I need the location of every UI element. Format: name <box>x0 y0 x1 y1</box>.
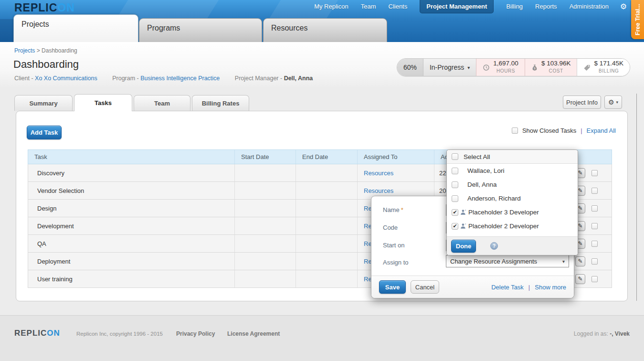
program-label: Program - <box>112 75 139 82</box>
client-label: Client - <box>14 75 33 82</box>
free-trial-ribbon[interactable]: Free Trial... <box>631 0 644 39</box>
resource-checkbox[interactable]: ✔ <box>452 223 458 230</box>
app-window: REPLICON My Replicon Team Clients Projec… <box>0 0 644 361</box>
project-manager-label: Project Manager - <box>235 75 282 82</box>
row-select-checkbox[interactable] <box>591 188 598 194</box>
select-all-row[interactable]: Select All <box>447 150 578 164</box>
cancel-button[interactable]: Cancel <box>411 280 439 294</box>
breadcrumb: Projects > Dashboarding <box>14 47 77 54</box>
end-date-cell <box>296 270 358 287</box>
resource-option-label: Placeholder 2 Developer <box>468 223 539 230</box>
toolbar-divider: | <box>581 127 582 134</box>
assign-to-select[interactable]: Change Resource Assignments ▾ <box>446 255 569 267</box>
project-meta: Client - Xo Xo Communications Program - … <box>14 75 326 82</box>
resource-options-list: Wallace, LoriDell, AnnaAnderson, Richard… <box>447 164 578 233</box>
page-title: Dashboarding <box>13 58 79 71</box>
start-date-cell <box>235 270 296 287</box>
start-date-cell <box>235 235 296 252</box>
chevron-down-icon: ▾ <box>562 259 565 264</box>
status-dropdown[interactable]: In-Progress ▾ <box>423 59 476 76</box>
done-button[interactable]: Done <box>451 240 476 253</box>
billing-label: BILLING <box>599 68 619 74</box>
select-all-checkbox[interactable] <box>452 153 458 160</box>
resource-checkbox[interactable] <box>452 195 458 202</box>
placeholder-resource-icon <box>460 223 466 229</box>
page-header: Projects > Dashboarding Dashboarding Cli… <box>0 42 644 88</box>
start-date-cell <box>235 253 296 270</box>
nav-item-reports[interactable]: Reports <box>535 3 557 10</box>
resource-option[interactable]: Dell, Anna <box>447 178 578 191</box>
required-asterisk: * <box>401 206 403 213</box>
end-date-cell <box>296 182 358 199</box>
task-popup-links: Delete Task | Show more <box>491 284 566 291</box>
resource-option-label: Placeholder 3 Developer <box>468 209 539 216</box>
delete-task-link[interactable]: Delete Task <box>491 284 524 291</box>
tab-summary[interactable]: Summary <box>14 95 73 111</box>
assign-to-field-label: Assign to <box>383 259 408 266</box>
program-link[interactable]: Business Intelligence Practice <box>140 75 220 82</box>
task-name-cell: User training <box>28 270 235 287</box>
show-closed-tasks-checkbox[interactable] <box>512 127 518 134</box>
end-date-cell <box>296 164 358 181</box>
project-info-button[interactable]: Project Info <box>563 96 601 109</box>
resources-link[interactable]: Resources <box>364 187 393 194</box>
project-status-pill: 60% In-Progress ▾ 1,697.00 HOURS $ <box>397 58 630 76</box>
module-tab-projects[interactable]: Projects <box>13 14 138 42</box>
task-name-cell: QA <box>28 235 235 252</box>
nav-item-project-management[interactable]: Project Management <box>420 0 494 13</box>
tab-team[interactable]: Team <box>134 95 190 111</box>
logo-text-accent: ON <box>47 329 60 338</box>
add-task-button[interactable]: Add Task <box>27 126 62 139</box>
breadcrumb-current: Dashboarding <box>42 47 77 54</box>
logged-in-text: Logged in as: -, Vivek <box>574 330 630 337</box>
resource-option[interactable]: Anderson, Richard <box>447 191 578 205</box>
nav-item-team[interactable]: Team <box>361 3 376 10</box>
breadcrumb-separator: > <box>37 47 40 54</box>
row-select-checkbox[interactable] <box>591 223 598 229</box>
help-icon[interactable]: ? <box>490 242 498 250</box>
row-select-checkbox[interactable] <box>591 258 598 265</box>
column-header-task: Task <box>28 150 235 164</box>
save-button[interactable]: Save <box>379 280 406 294</box>
module-tab-programs[interactable]: Programs <box>139 18 262 42</box>
expand-all-link[interactable]: Expand All <box>587 127 616 134</box>
module-tab-label: Programs <box>139 19 262 32</box>
resource-option[interactable]: ✔Placeholder 2 Developer <box>447 219 578 233</box>
settings-dropdown-button[interactable]: ⚙ ▾ <box>604 96 622 109</box>
resource-checkbox[interactable]: ✔ <box>452 209 458 216</box>
resource-checkbox[interactable] <box>452 168 458 174</box>
end-date-cell <box>296 235 358 252</box>
nav-item-my-replicon[interactable]: My Replicon <box>314 3 348 10</box>
nav-item-administration[interactable]: Administration <box>570 3 609 10</box>
module-tab-resources[interactable]: Resources <box>263 18 387 42</box>
show-closed-tasks-label: Show Closed Tasks <box>522 127 576 134</box>
privacy-policy-link[interactable]: Privacy Policy <box>176 330 215 337</box>
task-name-cell: Deployment <box>28 253 235 270</box>
chevron-down-icon: ▾ <box>467 65 470 70</box>
task-popup-footer: Save Cancel Delete Task | Show more <box>371 276 574 298</box>
show-more-link[interactable]: Show more <box>535 284 566 291</box>
breadcrumb-projects-link[interactable]: Projects <box>14 47 35 54</box>
license-agreement-link[interactable]: License Agreement <box>227 330 280 337</box>
edit-task-button[interactable]: ✎ <box>575 256 585 266</box>
column-header-start-date: Start Date <box>235 150 296 164</box>
column-header-end-date: End Date <box>296 150 358 164</box>
nav-item-billing[interactable]: Billing <box>506 3 523 10</box>
start-date-cell <box>235 217 296 234</box>
end-date-cell <box>296 217 358 234</box>
row-select-checkbox[interactable] <box>591 276 598 282</box>
settings-gear-icon[interactable]: ⚙ <box>620 2 627 11</box>
resource-option[interactable]: ✔Placeholder 3 Developer <box>447 205 578 219</box>
tab-billing-rates[interactable]: Billing Rates <box>192 95 249 111</box>
nav-item-clients[interactable]: Clients <box>389 3 408 10</box>
resources-link[interactable]: Resources <box>364 170 393 177</box>
resource-option[interactable]: Wallace, Lori <box>447 164 578 178</box>
end-date-cell <box>296 200 358 217</box>
edit-task-button[interactable]: ✎ <box>575 274 585 284</box>
tab-tasks[interactable]: Tasks <box>74 94 132 111</box>
row-select-checkbox[interactable] <box>591 170 598 176</box>
resource-checkbox[interactable] <box>452 181 458 188</box>
row-select-checkbox[interactable] <box>591 241 598 247</box>
row-select-checkbox[interactable] <box>591 205 598 212</box>
client-link[interactable]: Xo Xo Communications <box>35 75 97 82</box>
